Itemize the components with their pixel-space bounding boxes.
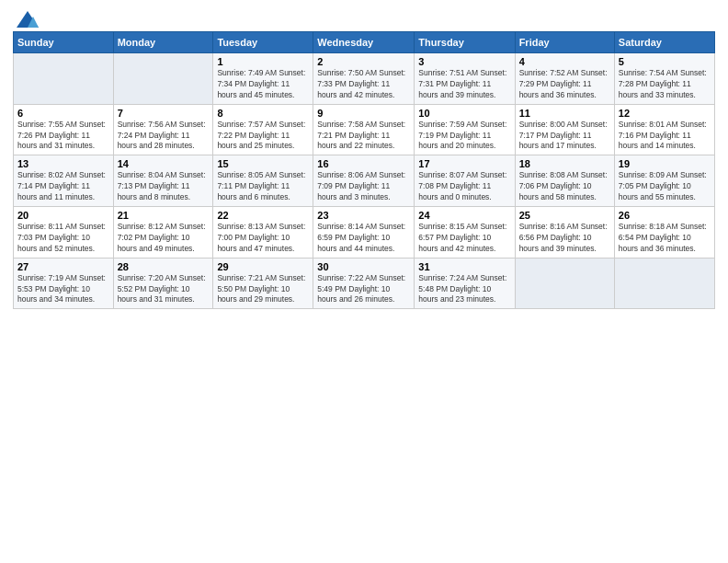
- day-info: Sunrise: 7:59 AM Sunset: 7:19 PM Dayligh…: [418, 120, 510, 153]
- day-number: 17: [418, 158, 510, 169]
- logo: [13, 9, 40, 26]
- day-info: Sunrise: 8:13 AM Sunset: 7:00 PM Dayligh…: [217, 222, 309, 255]
- day-info: Sunrise: 7:19 AM Sunset: 5:53 PM Dayligh…: [17, 273, 109, 306]
- calendar-cell: 6Sunrise: 7:55 AM Sunset: 7:26 PM Daylig…: [14, 104, 114, 155]
- calendar-cell: [113, 53, 213, 105]
- day-info: Sunrise: 8:08 AM Sunset: 7:06 PM Dayligh…: [519, 170, 610, 203]
- calendar-cell: 18Sunrise: 8:08 AM Sunset: 7:06 PM Dayli…: [515, 155, 614, 207]
- day-info: Sunrise: 8:00 AM Sunset: 7:17 PM Dayligh…: [519, 120, 610, 153]
- day-number: 2: [317, 56, 410, 67]
- day-number: 27: [17, 261, 109, 272]
- calendar-cell: 1Sunrise: 7:49 AM Sunset: 7:34 PM Daylig…: [213, 53, 313, 105]
- day-info: Sunrise: 7:58 AM Sunset: 7:21 PM Dayligh…: [317, 120, 410, 153]
- day-info: Sunrise: 7:52 AM Sunset: 7:29 PM Dayligh…: [519, 68, 610, 101]
- day-info: Sunrise: 8:05 AM Sunset: 7:11 PM Dayligh…: [217, 170, 309, 203]
- calendar-cell: 4Sunrise: 7:52 AM Sunset: 7:29 PM Daylig…: [515, 53, 614, 105]
- calendar-cell: 15Sunrise: 8:05 AM Sunset: 7:11 PM Dayli…: [213, 155, 313, 207]
- calendar-cell: 17Sunrise: 8:07 AM Sunset: 7:08 PM Dayli…: [415, 155, 515, 207]
- day-info: Sunrise: 8:07 AM Sunset: 7:08 PM Dayligh…: [418, 170, 510, 203]
- day-number: 8: [217, 108, 309, 119]
- day-info: Sunrise: 8:14 AM Sunset: 6:59 PM Dayligh…: [317, 222, 410, 255]
- day-info: Sunrise: 7:49 AM Sunset: 7:34 PM Dayligh…: [217, 68, 309, 101]
- calendar-cell: 27Sunrise: 7:19 AM Sunset: 5:53 PM Dayli…: [14, 258, 114, 309]
- day-info: Sunrise: 8:09 AM Sunset: 7:05 PM Dayligh…: [619, 170, 711, 203]
- day-number: 6: [17, 108, 109, 119]
- day-number: 5: [619, 56, 711, 67]
- day-number: 10: [418, 108, 510, 119]
- header-cell-sunday: Sunday: [14, 32, 114, 53]
- day-info: Sunrise: 8:02 AM Sunset: 7:14 PM Dayligh…: [17, 170, 109, 203]
- day-info: Sunrise: 8:12 AM Sunset: 7:02 PM Dayligh…: [118, 222, 210, 255]
- calendar-cell: 30Sunrise: 7:22 AM Sunset: 5:49 PM Dayli…: [313, 258, 415, 309]
- calendar-cell: 10Sunrise: 7:59 AM Sunset: 7:19 PM Dayli…: [415, 104, 515, 155]
- calendar-cell: 19Sunrise: 8:09 AM Sunset: 7:05 PM Dayli…: [614, 155, 714, 207]
- calendar-cell: 23Sunrise: 8:14 AM Sunset: 6:59 PM Dayli…: [313, 207, 415, 259]
- calendar-cell: 20Sunrise: 8:11 AM Sunset: 7:03 PM Dayli…: [14, 207, 114, 259]
- header-cell-friday: Friday: [515, 32, 614, 53]
- calendar-row-0: 1Sunrise: 7:49 AM Sunset: 7:34 PM Daylig…: [14, 53, 715, 105]
- calendar-row-1: 6Sunrise: 7:55 AM Sunset: 7:26 PM Daylig…: [14, 104, 715, 155]
- day-info: Sunrise: 7:50 AM Sunset: 7:33 PM Dayligh…: [317, 68, 410, 101]
- calendar-cell: 21Sunrise: 8:12 AM Sunset: 7:02 PM Dayli…: [113, 207, 213, 259]
- calendar-row-2: 13Sunrise: 8:02 AM Sunset: 7:14 PM Dayli…: [14, 155, 715, 207]
- calendar-cell: 29Sunrise: 7:21 AM Sunset: 5:50 PM Dayli…: [213, 258, 313, 309]
- day-number: 1: [217, 56, 309, 67]
- calendar-cell: 26Sunrise: 8:18 AM Sunset: 6:54 PM Dayli…: [614, 207, 714, 259]
- day-info: Sunrise: 8:04 AM Sunset: 7:13 PM Dayligh…: [118, 170, 210, 203]
- calendar-cell: [14, 53, 114, 105]
- day-info: Sunrise: 8:01 AM Sunset: 7:16 PM Dayligh…: [619, 120, 711, 153]
- day-number: 16: [317, 158, 410, 169]
- header-cell-thursday: Thursday: [415, 32, 515, 53]
- calendar-row-3: 20Sunrise: 8:11 AM Sunset: 7:03 PM Dayli…: [14, 207, 715, 259]
- day-info: Sunrise: 8:06 AM Sunset: 7:09 PM Dayligh…: [317, 170, 410, 203]
- page-container: SundayMondayTuesdayWednesdayThursdayFrid…: [0, 0, 728, 318]
- day-number: 31: [418, 261, 510, 272]
- calendar-cell: 7Sunrise: 7:56 AM Sunset: 7:24 PM Daylig…: [113, 104, 213, 155]
- logo-icon: [15, 9, 40, 29]
- day-number: 9: [317, 108, 410, 119]
- calendar-cell: 9Sunrise: 7:58 AM Sunset: 7:21 PM Daylig…: [313, 104, 415, 155]
- day-info: Sunrise: 8:11 AM Sunset: 7:03 PM Dayligh…: [17, 222, 109, 255]
- day-number: 23: [317, 210, 410, 221]
- day-info: Sunrise: 7:20 AM Sunset: 5:52 PM Dayligh…: [118, 273, 210, 306]
- day-number: 30: [317, 261, 410, 272]
- calendar-cell: 2Sunrise: 7:50 AM Sunset: 7:33 PM Daylig…: [313, 53, 415, 105]
- day-info: Sunrise: 8:16 AM Sunset: 6:56 PM Dayligh…: [519, 222, 610, 255]
- day-number: 21: [118, 210, 210, 221]
- day-number: 12: [619, 108, 711, 119]
- header: [13, 9, 715, 26]
- header-row: SundayMondayTuesdayWednesdayThursdayFrid…: [14, 32, 715, 53]
- day-number: 7: [118, 108, 210, 119]
- day-number: 14: [118, 158, 210, 169]
- day-number: 4: [519, 56, 610, 67]
- calendar-cell: 11Sunrise: 8:00 AM Sunset: 7:17 PM Dayli…: [515, 104, 614, 155]
- calendar-cell: 24Sunrise: 8:15 AM Sunset: 6:57 PM Dayli…: [415, 207, 515, 259]
- calendar-cell: 13Sunrise: 8:02 AM Sunset: 7:14 PM Dayli…: [14, 155, 114, 207]
- calendar-table: SundayMondayTuesdayWednesdayThursdayFrid…: [13, 31, 715, 309]
- calendar-cell: 31Sunrise: 7:24 AM Sunset: 5:48 PM Dayli…: [415, 258, 515, 309]
- calendar-cell: 25Sunrise: 8:16 AM Sunset: 6:56 PM Dayli…: [515, 207, 614, 259]
- day-number: 26: [619, 210, 711, 221]
- calendar-cell: 14Sunrise: 8:04 AM Sunset: 7:13 PM Dayli…: [113, 155, 213, 207]
- calendar-row-4: 27Sunrise: 7:19 AM Sunset: 5:53 PM Dayli…: [14, 258, 715, 309]
- calendar-cell: 16Sunrise: 8:06 AM Sunset: 7:09 PM Dayli…: [313, 155, 415, 207]
- calendar-cell: 22Sunrise: 8:13 AM Sunset: 7:00 PM Dayli…: [213, 207, 313, 259]
- calendar-cell: 8Sunrise: 7:57 AM Sunset: 7:22 PM Daylig…: [213, 104, 313, 155]
- day-number: 22: [217, 210, 309, 221]
- header-cell-wednesday: Wednesday: [313, 32, 415, 53]
- day-info: Sunrise: 8:15 AM Sunset: 6:57 PM Dayligh…: [418, 222, 510, 255]
- calendar-cell: 28Sunrise: 7:20 AM Sunset: 5:52 PM Dayli…: [113, 258, 213, 309]
- day-info: Sunrise: 8:18 AM Sunset: 6:54 PM Dayligh…: [619, 222, 711, 255]
- day-number: 19: [619, 158, 711, 169]
- calendar-cell: 12Sunrise: 8:01 AM Sunset: 7:16 PM Dayli…: [614, 104, 714, 155]
- calendar-cell: [515, 258, 614, 309]
- header-cell-monday: Monday: [113, 32, 213, 53]
- day-info: Sunrise: 7:51 AM Sunset: 7:31 PM Dayligh…: [418, 68, 510, 101]
- day-info: Sunrise: 7:55 AM Sunset: 7:26 PM Dayligh…: [17, 120, 109, 153]
- day-info: Sunrise: 7:21 AM Sunset: 5:50 PM Dayligh…: [217, 273, 309, 306]
- day-info: Sunrise: 7:56 AM Sunset: 7:24 PM Dayligh…: [118, 120, 210, 153]
- calendar-cell: [614, 258, 714, 309]
- day-number: 29: [217, 261, 309, 272]
- day-number: 25: [519, 210, 610, 221]
- header-cell-saturday: Saturday: [614, 32, 714, 53]
